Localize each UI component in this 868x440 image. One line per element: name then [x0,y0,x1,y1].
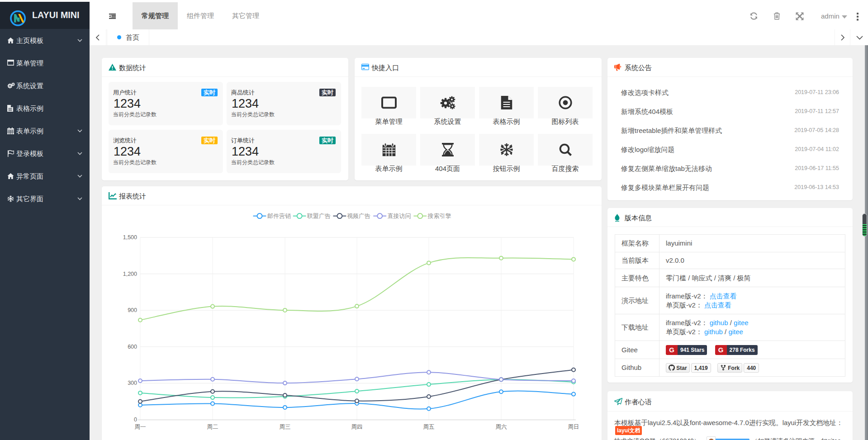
svg-text:直接访问: 直接访问 [387,213,411,219]
svg-text:0: 0 [134,416,137,423]
svg-text:900: 900 [128,307,137,313]
svg-text:300: 300 [128,380,137,386]
svg-text:视频广告: 视频广告 [347,213,370,219]
svg-text:周一: 周一 [135,424,146,430]
svg-text:600: 600 [128,344,137,350]
svg-text:周日: 周日 [568,424,579,430]
svg-text:周六: 周六 [496,424,507,430]
svg-text:周三: 周三 [280,424,291,430]
svg-text:邮件营销: 邮件营销 [267,213,291,219]
svg-text:1,200: 1,200 [123,271,137,277]
svg-text:周五: 周五 [423,424,435,430]
svg-text:1,500: 1,500 [123,234,137,241]
svg-text:周四: 周四 [351,424,363,430]
svg-text:搜索引擎: 搜索引擎 [427,213,451,219]
svg-text:周二: 周二 [207,424,218,430]
svg-text:联盟广告: 联盟广告 [307,213,331,219]
